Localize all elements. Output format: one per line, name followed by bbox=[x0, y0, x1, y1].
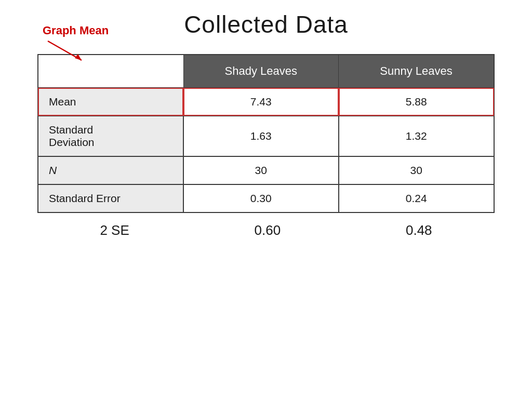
row-sunny-mean: 5.88 bbox=[339, 88, 494, 116]
table-row-std-dev: Standard Deviation 1.63 1.32 bbox=[38, 116, 494, 156]
graph-mean-annotation: Graph Mean bbox=[43, 24, 109, 64]
row-label-n: N bbox=[38, 156, 183, 184]
row-sunny-std-dev: 1.32 bbox=[339, 116, 494, 156]
row-shady-n: 30 bbox=[183, 156, 339, 184]
page-title: Collected Data bbox=[184, 10, 348, 38]
row-shady-std-dev: 1.63 bbox=[183, 116, 339, 156]
annotation-label: Graph Mean bbox=[43, 24, 109, 37]
footer-se-label: 2 SE bbox=[100, 222, 129, 238]
table-row-std-error: Standard Error 0.30 0.24 bbox=[38, 184, 494, 212]
header-sunny-leaves: Sunny Leaves bbox=[339, 55, 494, 88]
footer-shady-se: 0.60 bbox=[255, 222, 281, 238]
svg-marker-1 bbox=[75, 54, 82, 60]
footer-row: 2 SE 0.60 0.48 bbox=[37, 222, 495, 238]
row-shady-mean: 7.43 bbox=[183, 88, 339, 116]
row-label-std-dev: Standard Deviation bbox=[38, 116, 183, 156]
row-label-std-error: Standard Error bbox=[38, 184, 183, 212]
table-row-n: N 30 30 bbox=[38, 156, 494, 184]
row-label-mean: Mean bbox=[38, 88, 183, 116]
footer-sunny-se: 0.48 bbox=[406, 222, 432, 238]
table-container: Graph Mean Shady Leaves Sunny Leaves Mea… bbox=[37, 54, 495, 213]
annotation-arrow-icon bbox=[43, 38, 89, 64]
row-sunny-std-error: 0.24 bbox=[339, 184, 494, 212]
row-sunny-n: 30 bbox=[339, 156, 494, 184]
header-shady-leaves: Shady Leaves bbox=[183, 55, 339, 88]
table-row-mean: Mean 7.43 5.88 bbox=[38, 88, 494, 116]
row-shady-std-error: 0.30 bbox=[183, 184, 339, 212]
data-table: Shady Leaves Sunny Leaves Mean 7.43 5.88… bbox=[37, 54, 495, 213]
